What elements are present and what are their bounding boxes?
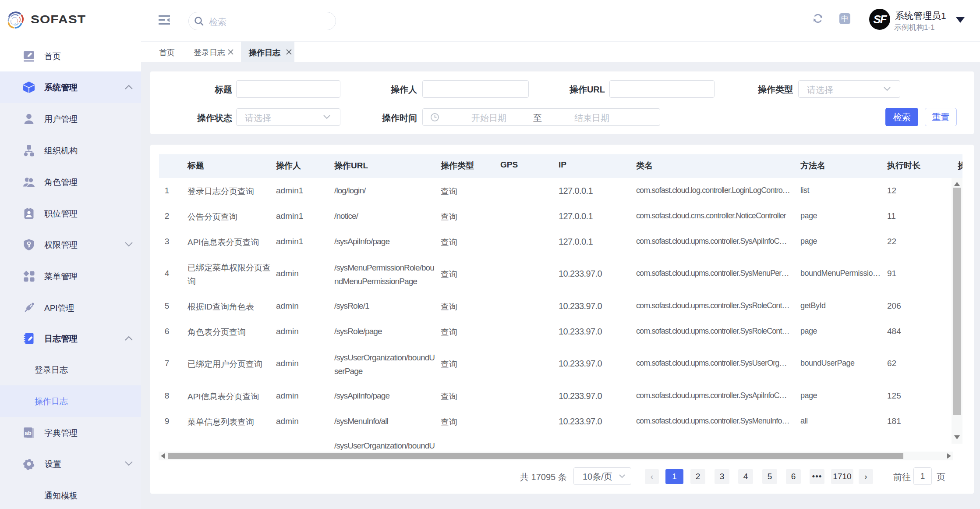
svg-text:ab: ab: [25, 430, 31, 436]
